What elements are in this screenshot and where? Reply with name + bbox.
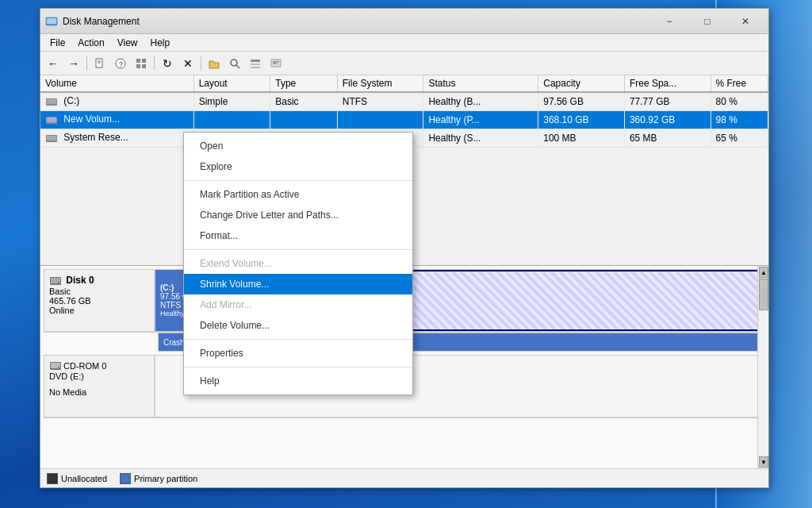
cdrom-status: No Media xyxy=(49,387,149,397)
toolbar-sep-1 xyxy=(86,56,87,71)
ctx-open[interactable]: Open xyxy=(184,136,412,156)
cancel-button[interactable]: ✕ xyxy=(178,55,197,72)
close-button[interactable]: ✕ xyxy=(727,11,764,32)
cdrom-title: CD-ROM 0 xyxy=(63,361,106,371)
ctx-add-mirror[interactable]: Add Mirror... xyxy=(184,294,412,315)
cell-volume: System Rese... xyxy=(40,129,193,148)
legend-bar: Unallocated Primary partition xyxy=(40,468,768,487)
cell-filesystem: NTFS xyxy=(337,92,423,111)
col-filesystem[interactable]: File System xyxy=(337,75,423,92)
menu-view[interactable]: View xyxy=(111,36,144,50)
col-free[interactable]: Free Spa... xyxy=(624,75,710,92)
table-row[interactable]: (C:) Simple Basic NTFS Healthy (B... 97.… xyxy=(40,92,768,111)
titlebar-controls: − □ ✕ xyxy=(651,11,764,32)
svg-rect-21 xyxy=(47,99,56,104)
cell-status: Healthy (P... xyxy=(423,111,538,129)
svg-rect-10 xyxy=(136,64,140,68)
disk-0-label: Disk 0 Basic 465.76 GB Online xyxy=(44,269,155,332)
disk-0-status: Online xyxy=(49,306,149,315)
cell-volume: (C:) xyxy=(40,92,193,111)
cell-type: Basic xyxy=(270,92,338,111)
help-button[interactable]: ? xyxy=(111,55,130,72)
ctx-explore[interactable]: Explore xyxy=(184,156,412,177)
svg-rect-1 xyxy=(47,18,56,24)
cell-pct: 98 % xyxy=(710,111,768,129)
svg-point-12 xyxy=(231,60,237,66)
folder-button[interactable] xyxy=(205,55,224,72)
menu-file[interactable]: File xyxy=(44,36,71,50)
cell-capacity: 97.56 GB xyxy=(538,92,625,111)
forward-button[interactable]: → xyxy=(64,55,83,72)
cell-status: Healthy (B... xyxy=(423,92,538,111)
svg-rect-9 xyxy=(142,59,146,63)
legend-unallocated: Unallocated xyxy=(47,473,107,484)
ctx-help[interactable]: Help xyxy=(184,371,412,391)
col-pct-free[interactable]: % Free xyxy=(710,75,768,92)
ctx-change-letter[interactable]: Change Drive Letter and Paths... xyxy=(184,205,412,225)
context-menu: Open Explore Mark Partition as Active Ch… xyxy=(183,132,413,395)
legend-unallocated-label: Unallocated xyxy=(61,474,107,483)
svg-text:?: ? xyxy=(119,60,123,68)
disk-0-size: 465.76 GB xyxy=(49,296,149,306)
ctx-extend-volume[interactable]: Extend Volume... xyxy=(184,253,412,274)
cell-free: 65 MB xyxy=(624,129,710,148)
menu-help[interactable]: Help xyxy=(144,36,177,50)
col-capacity[interactable]: Capacity xyxy=(538,75,625,92)
col-status[interactable]: Status xyxy=(423,75,538,92)
legend-unallocated-color xyxy=(47,473,58,484)
window-title: Disk Management xyxy=(63,16,651,27)
disk-management-window: Disk Management − □ ✕ File Action View H… xyxy=(40,8,769,488)
col-volume[interactable]: Volume xyxy=(40,75,193,92)
back-button[interactable]: ← xyxy=(44,55,63,72)
cell-free: 77.77 GB xyxy=(624,92,710,111)
svg-rect-23 xyxy=(47,117,56,122)
ctx-delete-volume[interactable]: Delete Volume... xyxy=(184,315,412,336)
cell-capacity: 368.10 GB xyxy=(538,111,625,129)
ctx-sep-1 xyxy=(184,180,412,181)
disk-0-type: Basic xyxy=(49,287,149,296)
menu-action[interactable]: Action xyxy=(71,36,110,50)
cell-status: Healthy (S... xyxy=(423,129,538,148)
toolbar-sep-2 xyxy=(154,56,155,71)
disk-0-title: Disk 0 xyxy=(49,275,149,287)
scrollbar-thumb[interactable] xyxy=(759,279,768,310)
svg-point-31 xyxy=(58,367,59,368)
ctx-sep-3 xyxy=(184,339,412,340)
svg-rect-2 xyxy=(48,25,56,25)
svg-rect-11 xyxy=(142,64,146,68)
svg-rect-15 xyxy=(251,64,260,65)
vertical-scrollbar[interactable]: ▲ ▼ xyxy=(757,266,768,468)
legend-primary-color xyxy=(120,473,131,484)
ctx-properties[interactable]: Properties xyxy=(184,343,412,364)
cell-filesystem xyxy=(337,111,423,129)
minimize-button[interactable]: − xyxy=(651,11,688,32)
cell-volume: New Volum... xyxy=(40,111,193,129)
search-button[interactable] xyxy=(225,55,244,72)
table-row[interactable]: New Volum... Healthy (P... 368.10 GB 360… xyxy=(40,111,768,129)
ctx-sep-4 xyxy=(184,367,412,368)
cell-layout xyxy=(193,111,270,129)
svg-point-28 xyxy=(58,282,59,283)
col-layout[interactable]: Layout xyxy=(193,75,270,92)
toolbar-grid-button[interactable] xyxy=(132,55,151,72)
cdrom-label: CD-ROM 0 DVD (E:) No Media xyxy=(44,355,155,418)
ctx-mark-active[interactable]: Mark Partition as Active xyxy=(184,184,412,205)
maximize-button[interactable]: □ xyxy=(689,11,726,32)
titlebar: Disk Management − □ ✕ xyxy=(40,9,768,34)
ctx-format[interactable]: Format... xyxy=(184,225,412,246)
cell-type xyxy=(270,111,338,129)
refresh-button[interactable]: ↻ xyxy=(158,55,177,72)
toolbar: ← → ? ↻ ✕ xyxy=(40,52,768,75)
view-button[interactable] xyxy=(246,55,265,72)
menubar: File Action View Help xyxy=(40,34,768,52)
svg-rect-25 xyxy=(47,136,56,140)
col-type[interactable]: Type xyxy=(270,75,338,92)
properties-button[interactable] xyxy=(266,55,285,72)
cell-pct: 80 % xyxy=(710,92,768,111)
toolbar-sep-3 xyxy=(201,56,201,71)
ctx-sep-2 xyxy=(184,249,412,250)
toolbar-doc-button[interactable] xyxy=(90,55,109,72)
ctx-shrink-volume[interactable]: Shrink Volume... xyxy=(184,274,412,294)
cell-capacity: 100 MB xyxy=(538,129,625,148)
svg-rect-8 xyxy=(136,59,140,63)
